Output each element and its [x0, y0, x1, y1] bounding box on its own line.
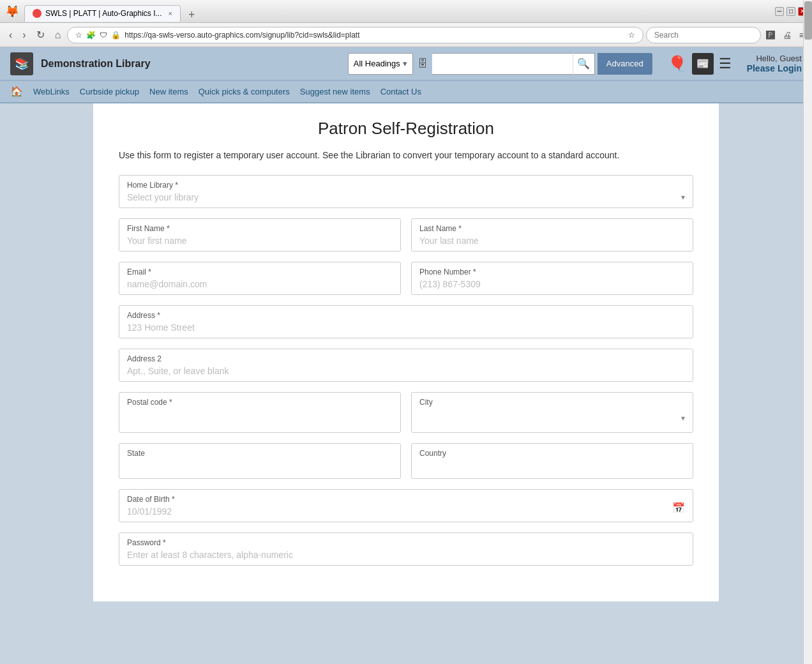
city-arrow: ▾	[681, 414, 685, 423]
address-bar[interactable]: ☆ 🧩 🛡 🔒 https://qa-swls-verso.auto-graph…	[67, 27, 643, 43]
first-name-field: First Name *	[119, 218, 401, 252]
name-row: First Name * Last Name *	[119, 218, 693, 252]
dob-input[interactable]	[127, 506, 685, 517]
firefox-icon: 🦊	[5, 4, 19, 19]
contact-row: Email * Phone Number *	[119, 262, 693, 295]
dob-field: Date of Birth * 📅	[119, 489, 693, 522]
address2-group: Address 2	[119, 349, 693, 382]
address2-field: Address 2	[119, 349, 693, 382]
nav-suggest[interactable]: Suggest new items	[300, 87, 370, 96]
page-title: Patron Self-Registration	[119, 119, 693, 139]
search-button[interactable]: 🔍	[573, 53, 594, 75]
news-icon[interactable]: 📰	[692, 53, 714, 75]
address2-input[interactable]	[127, 366, 685, 376]
home-library-group: Home Library * ▾	[119, 175, 693, 208]
scrollbar[interactable]	[803, 47, 812, 601]
address-input[interactable]	[127, 322, 685, 333]
home-library-input[interactable]	[127, 192, 681, 202]
home-library-select[interactable]: ▾	[127, 192, 685, 202]
home-library-arrow: ▾	[681, 193, 685, 202]
city-input[interactable]	[419, 409, 681, 427]
nav-quick-picks[interactable]: Quick picks & computers	[199, 87, 290, 96]
library-logo: 📚	[10, 52, 33, 75]
dob-label: Date of Birth *	[127, 495, 685, 504]
nav-contact[interactable]: Contact Us	[380, 87, 421, 96]
back-button[interactable]: ‹	[5, 27, 16, 43]
state-country-row: State Country	[119, 443, 693, 479]
address-group: Address *	[119, 305, 693, 338]
shield-icon: 🛡	[100, 31, 107, 40]
registration-form: Home Library * ▾ First Name *	[119, 175, 693, 566]
address-field: Address *	[119, 305, 693, 338]
dob-group: Date of Birth * 📅	[119, 489, 693, 522]
calendar-icon[interactable]: 📅	[672, 502, 685, 514]
home-library-field: Home Library * ▾	[119, 175, 693, 208]
nav-weblinks[interactable]: WebLinks	[33, 87, 70, 96]
tab-title: SWLS | PLATT | Auto-Graphics I...	[45, 9, 162, 18]
minimize-button[interactable]: ─	[775, 7, 784, 16]
maximize-button[interactable]: □	[786, 7, 795, 16]
login-link[interactable]: Please Login	[747, 63, 802, 73]
city-label: City	[419, 398, 685, 407]
phone-field: Phone Number *	[411, 262, 693, 295]
email-field: Email *	[119, 262, 401, 295]
country-input[interactable]	[419, 460, 685, 471]
nav-menu: 🏠 WebLinks Curbside pickup New items Qui…	[0, 80, 812, 103]
nav-new-items[interactable]: New items	[149, 87, 188, 96]
extensions-icon: 🧩	[86, 31, 96, 40]
postal-field: Postal code *	[119, 392, 401, 433]
country-field: Country	[411, 443, 693, 479]
last-name-input[interactable]	[419, 236, 685, 246]
password-input[interactable]	[127, 550, 685, 560]
state-input[interactable]	[127, 460, 393, 471]
home-nav-button[interactable]: ⌂	[51, 27, 65, 43]
list-icon[interactable]: ☰	[719, 56, 732, 72]
password-label: Password *	[127, 538, 685, 547]
database-icon[interactable]: 🗄	[416, 57, 430, 71]
header-icons: 🎈 📰 ☰	[668, 53, 732, 75]
heading-dropdown-arrow: ▾	[403, 59, 407, 68]
password-group: Password *	[119, 532, 693, 566]
home-menu-icon[interactable]: 🏠	[10, 86, 23, 98]
heading-select[interactable]: All Headings ▾	[348, 53, 413, 75]
phone-input[interactable]	[419, 279, 685, 289]
state-field: State	[119, 443, 401, 479]
city-field: City ▾	[411, 392, 693, 433]
url-text: https://qa-swls-verso.auto-graphics.com/…	[124, 31, 359, 40]
tab-favicon	[33, 9, 41, 18]
first-name-input[interactable]	[127, 236, 393, 246]
browser-search-input[interactable]	[646, 27, 761, 43]
main-search-input[interactable]	[432, 54, 573, 74]
active-tab[interactable]: SWLS | PLATT | Auto-Graphics I... ×	[24, 5, 181, 22]
postal-city-row: Postal code * City ▾	[119, 392, 693, 433]
library-header: 📚 Demonstration Library All Headings ▾ 🗄…	[0, 47, 812, 80]
home-library-label: Home Library *	[127, 181, 685, 190]
state-label: State	[127, 449, 393, 458]
search-input-wrapper: 🔍	[432, 53, 595, 75]
main-content: Patron Self-Registration Use this form t…	[93, 103, 719, 601]
advanced-search-button[interactable]: Advanced	[598, 53, 652, 75]
email-label: Email *	[127, 268, 393, 276]
bookmark-icon: ☆	[75, 31, 82, 40]
postal-input[interactable]	[127, 409, 393, 419]
print-button[interactable]: 🖨	[780, 29, 794, 42]
first-name-label: First Name *	[127, 224, 393, 233]
pocket-button[interactable]: 🅿	[763, 29, 778, 42]
library-name: Demonstration Library	[41, 58, 151, 70]
email-input[interactable]	[127, 279, 393, 289]
guest-info: Hello, Guest Please Login	[747, 54, 802, 73]
new-tab-button[interactable]: +	[183, 8, 200, 22]
forward-button[interactable]: ›	[19, 27, 29, 43]
star-icon: ☆	[628, 31, 635, 40]
tab-close-button[interactable]: ×	[169, 10, 172, 17]
password-field: Password *	[119, 532, 693, 566]
country-label: Country	[419, 449, 685, 458]
lock-icon: 🔒	[111, 31, 121, 40]
address-label: Address *	[127, 311, 685, 320]
city-select[interactable]: ▾	[419, 409, 685, 427]
hello-text: Hello, Guest	[747, 54, 802, 63]
reload-button[interactable]: ↻	[33, 26, 49, 43]
last-name-label: Last Name *	[419, 224, 685, 233]
balloon-icon[interactable]: 🎈	[668, 55, 687, 73]
nav-curbside[interactable]: Curbside pickup	[80, 87, 139, 96]
